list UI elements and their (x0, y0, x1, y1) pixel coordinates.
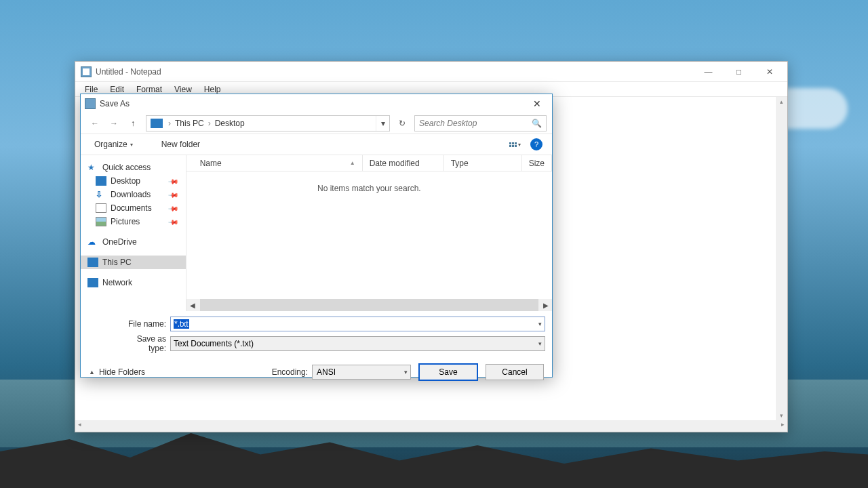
pin-icon: 📌 (168, 203, 179, 214)
refresh-button[interactable]: ↻ (394, 115, 410, 131)
notepad-icon (81, 66, 92, 77)
filename-label: File name: (121, 319, 166, 329)
pc-icon (87, 258, 98, 267)
folder-icon (151, 119, 163, 128)
pin-icon: 📌 (168, 216, 179, 227)
column-type[interactable]: Type (444, 155, 522, 171)
chevron-right-icon: › (207, 119, 212, 128)
nav-quick-access[interactable]: ★ Quick access (81, 161, 186, 174)
column-size[interactable]: Size (522, 155, 552, 171)
address-dropdown[interactable]: ▾ (376, 116, 389, 131)
pin-icon: 📌 (168, 176, 179, 186)
encoding-select[interactable]: ANSI ▾ (312, 365, 411, 380)
cancel-button[interactable]: Cancel (486, 364, 544, 380)
toolbar: Organize▾ New folder ▾ ? (81, 134, 552, 155)
column-headers: Name ▲ Date modified Type Size (186, 155, 552, 171)
network-icon (87, 278, 98, 287)
empty-message: No items match your search. (186, 171, 552, 299)
nav-downloads[interactable]: ⇩ Downloads 📌 (81, 188, 186, 201)
encoding-value: ANSI (317, 367, 336, 377)
document-icon (96, 203, 106, 213)
encoding-label: Encoding: (272, 367, 308, 377)
search-box[interactable]: 🔍 (414, 115, 547, 131)
address-bar[interactable]: › This PC › Desktop ▾ (146, 115, 390, 131)
column-date[interactable]: Date modified (363, 155, 444, 171)
maximize-button[interactable]: □ (724, 62, 754, 81)
nav-desktop[interactable]: Desktop 📌 (81, 174, 186, 188)
cloud-icon: ☁ (87, 237, 98, 247)
scroll-left-icon[interactable]: ◀ (186, 302, 199, 309)
nav-onedrive[interactable]: ☁ OneDrive (81, 235, 186, 249)
dialog-titlebar[interactable]: Save As ✕ (81, 94, 552, 113)
download-icon: ⇩ (96, 190, 106, 199)
search-input[interactable] (419, 119, 532, 128)
new-folder-button[interactable]: New folder (157, 137, 204, 152)
nav-documents[interactable]: Documents 📌 (81, 201, 186, 215)
help-button[interactable]: ? (530, 138, 542, 150)
search-icon[interactable]: 🔍 (532, 119, 542, 128)
chevron-down-icon: ▾ (130, 142, 133, 148)
chevron-down-icon: ▾ (518, 142, 521, 148)
chevron-up-icon: ▲ (89, 369, 95, 375)
view-options-button[interactable]: ▾ (507, 140, 524, 149)
forward-button[interactable]: → (105, 115, 123, 131)
vertical-scrollbar[interactable] (776, 97, 787, 420)
dialog-title: Save As (100, 99, 526, 108)
scroll-right-icon[interactable]: ▶ (540, 302, 552, 309)
save-as-dialog: Save As ✕ ← → ↑ › This PC › Desktop ▾ ↻ … (80, 94, 553, 378)
chevron-right-icon: › (167, 119, 172, 128)
chevron-down-icon[interactable]: ▾ (538, 321, 542, 327)
save-button[interactable]: Save (419, 364, 477, 380)
hide-folders-button[interactable]: ▲ Hide Folders (89, 367, 145, 377)
chevron-down-icon[interactable]: ▾ (404, 369, 408, 375)
breadcrumb-this-pc[interactable]: This PC (172, 116, 207, 131)
organize-button[interactable]: Organize▾ (90, 137, 137, 152)
minimize-button[interactable]: — (693, 62, 724, 81)
desktop-icon (96, 176, 106, 186)
file-list-pane: Name ▲ Date modified Type Size No items … (186, 155, 552, 311)
star-icon: ★ (87, 163, 98, 172)
notepad-title: Untitled - Notepad (96, 67, 693, 77)
sort-indicator-icon: ▲ (350, 160, 355, 166)
close-button[interactable]: ✕ (754, 62, 785, 81)
up-button[interactable]: ↑ (124, 115, 142, 131)
dialog-icon (85, 98, 96, 109)
filename-value: *.txt (174, 319, 189, 329)
notepad-titlebar[interactable]: Untitled - Notepad — □ ✕ (75, 62, 787, 82)
breadcrumb-desktop[interactable]: Desktop (212, 116, 248, 131)
horizontal-scrollbar[interactable] (75, 420, 787, 432)
savetype-select[interactable]: Text Documents (*.txt) ▾ (170, 336, 545, 351)
navigation-row: ← → ↑ › This PC › Desktop ▾ ↻ 🔍 (81, 113, 552, 134)
navigation-pane: ★ Quick access Desktop 📌 ⇩ Downloads 📌 D… (81, 155, 186, 311)
pin-icon: 📌 (168, 189, 179, 200)
back-button[interactable]: ← (86, 115, 104, 131)
filename-input[interactable]: *.txt ▾ (170, 317, 545, 331)
file-list-scrollbar[interactable]: ◀ ▶ (186, 299, 552, 311)
nav-network[interactable]: Network (81, 276, 186, 289)
savetype-label: Save as type: (121, 334, 166, 353)
nav-this-pc[interactable]: This PC (81, 256, 186, 269)
pictures-icon (96, 217, 106, 226)
savetype-value: Text Documents (*.txt) (174, 339, 254, 348)
column-name[interactable]: Name ▲ (186, 155, 363, 171)
scroll-thumb[interactable] (200, 299, 538, 311)
dialog-close-button[interactable]: ✕ (526, 96, 548, 112)
chevron-down-icon[interactable]: ▾ (538, 340, 542, 347)
nav-pictures[interactable]: Pictures 📌 (81, 215, 186, 228)
